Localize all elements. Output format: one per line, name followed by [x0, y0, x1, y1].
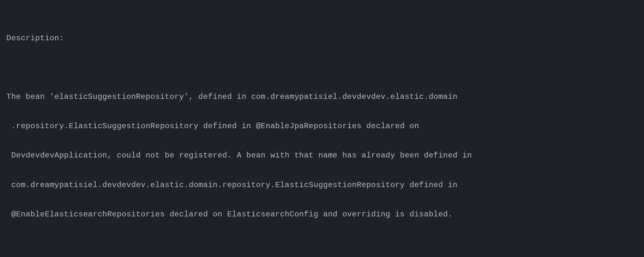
- console-output: Description: The bean 'elasticSuggestion…: [6, 16, 638, 257]
- description-text-line-5: @EnableElasticsearchRepositories declare…: [6, 207, 638, 222]
- blank-line: [6, 60, 638, 75]
- description-text-line-3: DevdevdevApplication, could not be regis…: [6, 148, 638, 163]
- description-text-line-1: The bean 'elasticSuggestionRepository', …: [6, 90, 638, 104]
- blank-line: [6, 236, 638, 251]
- description-text-line-4: com.dreamypatisiel.devdevdev.elastic.dom…: [6, 178, 638, 193]
- description-header: Description:: [6, 31, 638, 46]
- description-text-line-2: .repository.ElasticSuggestionRepository …: [6, 119, 638, 134]
